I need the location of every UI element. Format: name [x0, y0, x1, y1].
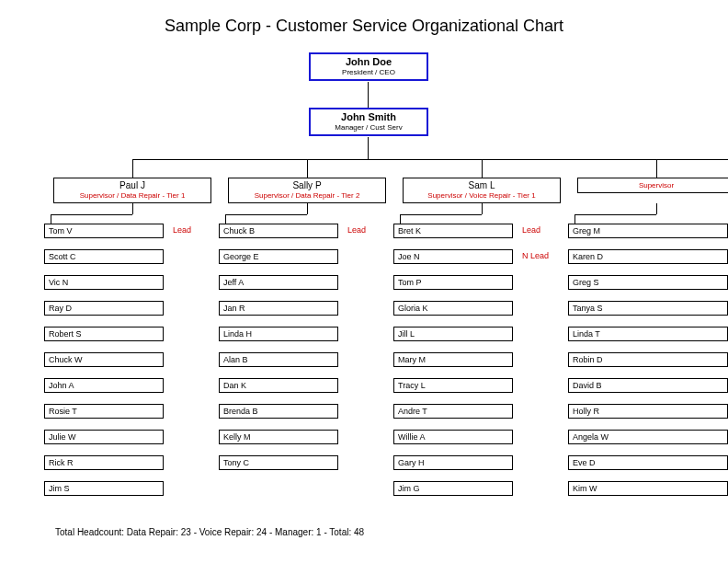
supervisor-box: Sally P Supervisor / Data Repair - Tier … — [228, 178, 386, 203]
employee-box: Linda H — [219, 327, 338, 341]
employee-box: Kim W — [568, 481, 728, 496]
employee-box: Brenda B — [219, 404, 338, 419]
supervisor-role: Supervisor / Voice Repair - Tier 1 — [404, 191, 560, 200]
employee-box: Dan K — [219, 378, 338, 393]
employee-box: Jan R — [219, 301, 338, 316]
employee-box: Mary M — [393, 352, 513, 367]
role-tag: Lead — [173, 225, 191, 235]
employee-box: Karen D — [568, 249, 728, 264]
supervisor-role: Supervisor / Data Repair - Tier 2 — [229, 191, 385, 200]
supervisor-name: Sally P — [229, 180, 385, 190]
supervisor-role: Supervisor / Data Repair - Tier 1 — [54, 191, 210, 200]
role-tag: Lead — [522, 225, 540, 235]
employee-box: Chuck B — [219, 224, 338, 238]
employee-box: Andre T — [393, 404, 513, 419]
employee-box: David B — [568, 378, 728, 393]
exec-box-manager: John Smith Manager / Cust Serv — [309, 108, 428, 136]
employee-box: Greg M — [568, 224, 728, 238]
employee-box: Chuck W — [44, 352, 164, 367]
employee-box: Rick R — [44, 455, 164, 470]
supervisor-role: Supervisor — [578, 181, 728, 190]
employee-box: Robin D — [568, 352, 728, 367]
employee-box: Jeff A — [219, 275, 338, 290]
employee-box: Greg S — [568, 275, 728, 290]
supervisor-name: Paul J — [54, 180, 210, 190]
supervisor-name: Sam L — [404, 180, 560, 190]
employee-box: John A — [44, 378, 164, 393]
employee-box: Tanya S — [568, 301, 728, 316]
employee-box: Kelly M — [219, 430, 338, 444]
employee-box: Vic N — [44, 275, 164, 290]
employee-box: Tom V — [44, 224, 164, 238]
employee-box: Jim S — [44, 481, 164, 496]
employee-box: Tony C — [219, 455, 338, 470]
employee-box: Angela W — [568, 430, 728, 444]
exec-name: John Doe — [311, 56, 427, 67]
employee-box: Rosie T — [44, 404, 164, 419]
employee-box: Eve D — [568, 455, 728, 470]
employee-box: Linda T — [568, 327, 728, 341]
exec-box-president: John Doe President / CEO — [309, 52, 428, 81]
employee-box: Tracy L — [393, 378, 513, 393]
employee-box: Julie W — [44, 430, 164, 444]
employee-box: Willie A — [393, 430, 513, 444]
employee-box: Jim G — [393, 481, 513, 496]
exec-role: President / CEO — [311, 68, 427, 76]
employee-box: Holly R — [568, 404, 728, 419]
footer-headcount: Total Headcount: Data Repair: 23 - Voice… — [55, 527, 364, 537]
employee-box: Ray D — [44, 301, 164, 316]
employee-box: Alan B — [219, 352, 338, 367]
supervisor-box: Sam L Supervisor / Voice Repair - Tier 1 — [403, 178, 561, 203]
employee-box: George E — [219, 249, 338, 264]
supervisor-box: Supervisor — [577, 178, 728, 193]
employee-box: Gary H — [393, 455, 513, 470]
employee-box: Scott C — [44, 249, 164, 264]
exec-name: John Smith — [311, 111, 427, 122]
role-tag: N Lead — [522, 251, 549, 260]
employee-box: Bret K — [393, 224, 513, 238]
employee-box: Robert S — [44, 327, 164, 341]
exec-role: Manager / Cust Serv — [311, 123, 427, 132]
employee-box: Tom P — [393, 275, 513, 290]
employee-box: Jill L — [393, 327, 513, 341]
supervisor-box: Paul J Supervisor / Data Repair - Tier 1 — [53, 178, 211, 203]
page-title: Sample Corp - Customer Service Organizat… — [0, 0, 728, 45]
role-tag: Lead — [347, 225, 366, 235]
employee-box: Joe N — [393, 249, 513, 264]
employee-box: Gloria K — [393, 301, 513, 316]
